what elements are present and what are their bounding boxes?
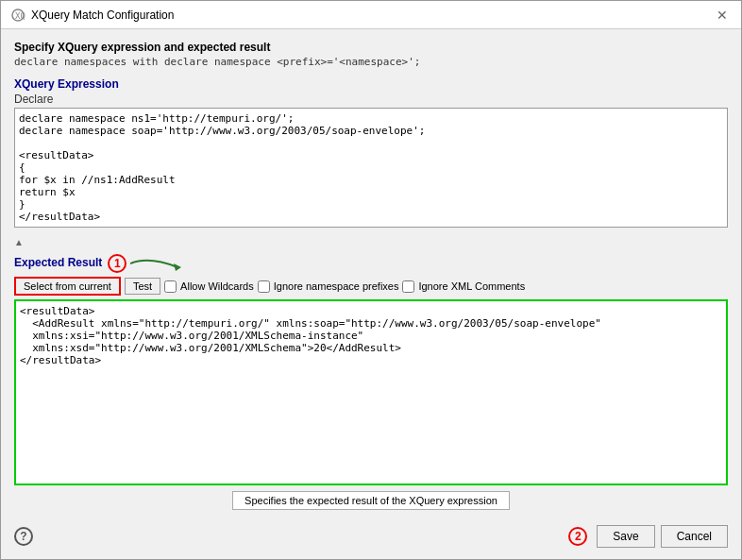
xquery-expression-block: XQuery Expression Declare [14, 77, 728, 228]
expected-result-label: Expected Result [14, 256, 102, 269]
footer-left: ? [14, 527, 33, 546]
dialog-icon: XQ [10, 8, 25, 23]
header-section: Specify XQuery expression and expected r… [14, 41, 728, 72]
expected-result-block: Expected Result 1 Select from current Te… [14, 254, 728, 510]
tooltip-text: Specifies the expected result of the XQu… [232, 491, 510, 510]
section-title: Specify XQuery expression and expected r… [14, 41, 728, 54]
xquery-expression-label: XQuery Expression [14, 77, 728, 91]
select-from-current-button[interactable]: Select from current [14, 277, 121, 296]
dialog-body: Specify XQuery expression and expected r… [1, 29, 741, 518]
expected-result-controls: Select from current Test Allow Wildcards… [14, 277, 728, 296]
save-button[interactable]: Save [597, 525, 654, 548]
collapse-arrow-icon: ▲ [14, 237, 24, 247]
cancel-button[interactable]: Cancel [661, 525, 728, 548]
svg-marker-2 [174, 263, 181, 271]
allow-wildcards-checkbox-group[interactable]: Allow Wildcards [164, 280, 254, 293]
ignore-namespace-checkbox-group[interactable]: Ignore namespace prefixes [258, 280, 399, 293]
expected-result-input[interactable] [14, 299, 728, 485]
ignore-xml-comments-label: Ignore XML Comments [418, 280, 525, 292]
dialog-title: XQuery Match Configuration [31, 8, 174, 22]
title-bar: XQ XQuery Match Configuration ✕ [1, 1, 741, 29]
close-button[interactable]: ✕ [713, 6, 732, 25]
xquery-match-config-dialog: XQ XQuery Match Configuration ✕ Specify … [0, 0, 742, 560]
ignore-namespace-checkbox[interactable] [258, 280, 270, 293]
declare-label: Declare [14, 93, 728, 106]
title-bar-left: XQ XQuery Match Configuration [10, 8, 174, 23]
hint-text: declare namespaces with declare namespac… [14, 56, 728, 68]
help-button[interactable]: ? [14, 527, 33, 546]
footer-right: 2 Save Cancel [568, 525, 728, 548]
svg-text:XQ: XQ [15, 11, 25, 21]
xquery-code-input[interactable] [14, 108, 728, 228]
badge-1: 1 [108, 254, 126, 273]
expected-result-title-row: Expected Result 1 [14, 254, 728, 273]
ignore-xml-comments-checkbox[interactable] [402, 280, 414, 293]
ignore-xml-comments-checkbox-group[interactable]: Ignore XML Comments [402, 280, 525, 293]
badge-2: 2 [568, 527, 587, 546]
tooltip-bar: Specifies the expected result of the XQu… [14, 491, 728, 510]
test-button[interactable]: Test [125, 278, 160, 295]
dialog-footer: ? 2 Save Cancel [1, 518, 741, 559]
allow-wildcards-label: Allow Wildcards [180, 280, 254, 292]
ignore-namespace-label: Ignore namespace prefixes [274, 280, 399, 292]
annotation-arrow-icon [130, 254, 187, 273]
allow-wildcards-checkbox[interactable] [164, 280, 177, 293]
collapse-bar[interactable]: ▲ [14, 235, 728, 248]
